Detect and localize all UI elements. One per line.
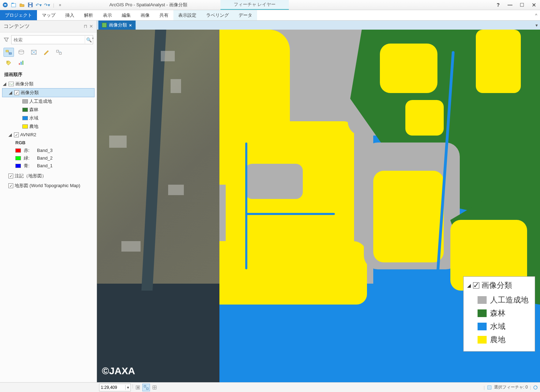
search-dropdown-icon[interactable]: ▾ <box>92 37 94 40</box>
search-input[interactable] <box>11 35 93 44</box>
svg-rect-7 <box>9 53 12 54</box>
minimize-icon[interactable]: — <box>505 1 515 9</box>
map-node[interactable]: ◢ 画像分類 <box>2 80 95 88</box>
legend-row: 人工造成地 <box>467 293 528 307</box>
layer-name: 地形図 (World Topographic Map) <box>15 182 80 190</box>
class-swatch <box>22 116 28 120</box>
legend-checkbox[interactable]: ✓ <box>473 282 479 289</box>
tab-labeling[interactable]: ラベリング <box>201 10 234 20</box>
redo-icon[interactable]: ↷▾ <box>43 1 51 9</box>
pane-close-icon[interactable]: ✕ <box>89 24 93 29</box>
window-controls: ? — ☐ ✕ <box>493 1 539 9</box>
view-tab-label: 画像分類 <box>109 22 127 28</box>
legend-row: 森林 <box>467 307 528 320</box>
layer-checkbox[interactable]: ✓ <box>14 90 19 95</box>
tab-project[interactable]: プロジェクト <box>0 10 37 20</box>
layer-name: 注記（地形図） <box>15 172 46 180</box>
class-row[interactable]: 人工造成地 <box>2 97 95 106</box>
layer-tree: ◢ 画像分類 ◢ ✓ 画像分類 人工造成地 森林 水域 農地 ◢ ✓ AVNIR… <box>0 80 97 193</box>
map-icon <box>8 82 14 86</box>
svg-point-8 <box>19 50 24 52</box>
list-by-snapping-icon[interactable] <box>54 48 64 57</box>
context-tab-group-title: フィーチャ レイヤー <box>220 0 289 10</box>
layer-classification[interactable]: ◢ ✓ 画像分類 <box>2 88 95 97</box>
legend-label: 人工造成地 <box>490 295 528 305</box>
scale-control[interactable]: ▾ <box>99 384 131 391</box>
maximize-icon[interactable]: ☐ <box>517 1 527 9</box>
band-channel: 緑: <box>24 154 34 162</box>
qat-customize-icon[interactable]: ≡ <box>56 1 64 9</box>
tab-map[interactable]: マップ <box>37 10 60 20</box>
list-by-drawing-order-icon[interactable] <box>3 48 14 57</box>
list-by-chart-icon[interactable] <box>16 58 27 67</box>
open-project-icon[interactable] <box>18 1 26 9</box>
tab-analysis[interactable]: 解析 <box>79 10 98 20</box>
tab-view[interactable]: 表示 <box>98 10 117 20</box>
tab-insert[interactable]: 挿入 <box>60 10 79 20</box>
tab-appearance[interactable]: 表示設定 <box>173 10 201 20</box>
band-swatch <box>15 148 21 153</box>
satellite-view[interactable]: ©JAXA <box>97 30 219 382</box>
tab-edit[interactable]: 編集 <box>117 10 136 20</box>
view-tab-close-icon[interactable]: × <box>129 23 132 28</box>
expand-icon[interactable]: ◢ <box>9 89 13 97</box>
ribbon-tabs: プロジェクト マップ 挿入 解析 表示 編集 画像 共有 表示設定 ラベリング … <box>0 10 540 21</box>
refresh-icon[interactable] <box>533 385 538 390</box>
view-tabs-dropdown-icon[interactable]: ▾ <box>533 21 540 30</box>
class-row[interactable]: 森林 <box>2 106 95 114</box>
list-by-source-icon[interactable] <box>16 48 27 57</box>
scale-input[interactable] <box>101 385 125 390</box>
svg-rect-2 <box>12 3 14 4</box>
new-project-icon[interactable] <box>10 1 17 9</box>
class-label: 水域 <box>29 114 38 122</box>
contents-pane: コンテンツ ⊓ ✕ 🔍 ▾ 描画順序 <box>0 21 97 382</box>
expand-icon[interactable]: ◢ <box>8 131 13 139</box>
class-swatch <box>22 108 28 112</box>
selection-count: 選択フィーチャ: 0 <box>494 384 528 390</box>
expand-icon[interactable]: ◢ <box>3 80 7 88</box>
svg-rect-16 <box>21 62 22 65</box>
list-by-editing-icon[interactable] <box>41 48 52 57</box>
band-row[interactable]: 青:Band_1 <box>2 162 95 170</box>
tab-data[interactable]: データ <box>234 10 257 20</box>
band-row[interactable]: 赤:Band_3 <box>2 147 95 154</box>
svg-rect-22 <box>144 385 146 387</box>
pause-drawing-icon[interactable] <box>134 384 142 391</box>
legend-expand-icon[interactable]: ◢ <box>467 283 471 288</box>
band-row[interactable]: 緑:Band_2 <box>2 154 95 162</box>
ribbon-collapse-icon[interactable]: ^ <box>535 10 540 20</box>
list-by-selection-icon[interactable] <box>29 48 39 57</box>
tab-share[interactable]: 共有 <box>155 10 173 20</box>
tab-imagery[interactable]: 画像 <box>136 10 155 20</box>
save-project-icon[interactable] <box>27 1 34 9</box>
list-by-labeling-icon[interactable] <box>3 58 14 67</box>
map-canvas[interactable]: ©JAXA <box>97 30 540 382</box>
layer-basemap[interactable]: ✓ 地形図 (World Topographic Map) <box>2 182 95 190</box>
layer-annotation[interactable]: ✓ 注記（地形図） <box>2 172 95 180</box>
layer-checkbox[interactable]: ✓ <box>8 174 13 178</box>
class-row[interactable]: 水域 <box>2 114 95 122</box>
layer-avnir2[interactable]: ◢ ✓ AVNIR2 <box>2 131 95 139</box>
status-bar: ▾ | | 選択フィーチャ: 0 | <box>0 382 540 392</box>
rgb-label: RGB <box>2 139 95 147</box>
snapping-icon[interactable] <box>142 384 150 391</box>
svg-rect-6 <box>6 50 8 52</box>
band-swatch <box>15 164 21 168</box>
close-icon[interactable]: ✕ <box>529 1 539 9</box>
autohide-icon[interactable]: ⊓ <box>84 24 87 29</box>
filter-icon[interactable] <box>3 37 9 43</box>
class-swatch <box>22 124 28 129</box>
scale-dropdown-icon[interactable]: ▾ <box>125 385 129 390</box>
search-icon[interactable]: 🔍 <box>85 36 92 44</box>
grid-icon[interactable] <box>151 384 158 391</box>
class-label: 農地 <box>29 123 38 130</box>
app-icon[interactable] <box>1 1 9 9</box>
view-tab[interactable]: 画像分類 × <box>98 21 136 30</box>
legend-label: 農地 <box>490 335 505 345</box>
layer-checkbox[interactable]: ✓ <box>8 183 13 188</box>
class-row[interactable]: 農地 <box>2 122 95 131</box>
help-icon[interactable]: ? <box>493 1 503 9</box>
classification-view[interactable]: ◢ ✓ 画像分類 人工造成地 森林 水域 農地 <box>219 30 540 382</box>
undo-icon[interactable]: ↶▾ <box>35 1 43 9</box>
layer-checkbox[interactable]: ✓ <box>14 132 19 137</box>
